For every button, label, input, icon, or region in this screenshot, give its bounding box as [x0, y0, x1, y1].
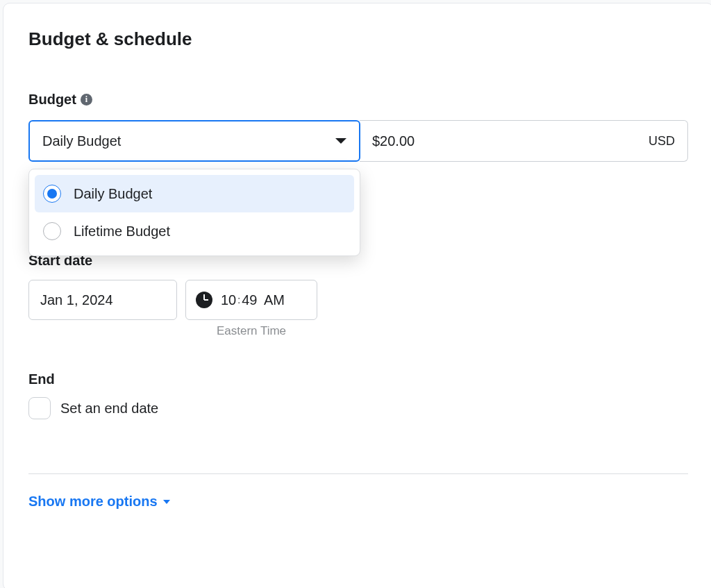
start-date-input[interactable]: Jan 1, 2024: [28, 280, 177, 320]
show-more-options-link[interactable]: Show more options: [28, 494, 688, 510]
end-label: End: [28, 371, 688, 387]
divider: [28, 473, 688, 474]
budget-label-row: Budget i: [28, 92, 688, 108]
budget-type-select[interactable]: Daily Budget: [28, 120, 360, 162]
radio-icon: [43, 185, 61, 203]
start-time-input[interactable]: 10:49 AM: [185, 280, 317, 320]
start-date-time-row: Jan 1, 2024 10:49 AM Eastern Time: [28, 280, 688, 338]
dropdown-option-daily[interactable]: Daily Budget: [35, 175, 354, 212]
end-date-checkbox[interactable]: [28, 397, 51, 419]
dropdown-option-label: Lifetime Budget: [74, 224, 170, 240]
start-date-value: Jan 1, 2024: [40, 292, 113, 308]
radio-icon: [43, 222, 61, 240]
budget-schedule-card: Budget & schedule Budget i Daily Budget …: [3, 3, 711, 588]
time-ampm: AM: [264, 292, 285, 308]
budget-amount-value: $20.00: [372, 133, 415, 149]
time-hour: 10: [221, 292, 236, 308]
time-minute: 49: [242, 292, 257, 308]
budget-label: Budget: [28, 92, 76, 108]
budget-row: Daily Budget Daily Budget Lifetime Budge…: [28, 120, 688, 162]
dropdown-option-label: Daily Budget: [74, 186, 152, 202]
clock-icon: [196, 292, 212, 308]
section-title: Budget & schedule: [28, 28, 688, 50]
budget-select-value: Daily Budget: [42, 133, 121, 149]
end-date-checkbox-row: Set an end date: [28, 397, 688, 419]
chevron-down-icon: [163, 500, 170, 504]
budget-select-wrapper: Daily Budget Daily Budget Lifetime Budge…: [28, 120, 360, 162]
budget-currency: USD: [649, 134, 675, 149]
chevron-down-icon: [335, 138, 346, 144]
show-more-label: Show more options: [28, 494, 158, 510]
budget-type-dropdown: Daily Budget Lifetime Budget: [28, 169, 360, 256]
end-date-checkbox-label: Set an end date: [60, 401, 158, 417]
budget-amount-input[interactable]: $20.00 USD: [360, 120, 688, 162]
start-time-column: 10:49 AM Eastern Time: [185, 280, 317, 338]
info-icon[interactable]: i: [81, 94, 92, 106]
start-time-value: 10:49 AM: [221, 292, 285, 308]
dropdown-option-lifetime[interactable]: Lifetime Budget: [35, 212, 354, 250]
timezone-label: Eastern Time: [217, 324, 286, 338]
